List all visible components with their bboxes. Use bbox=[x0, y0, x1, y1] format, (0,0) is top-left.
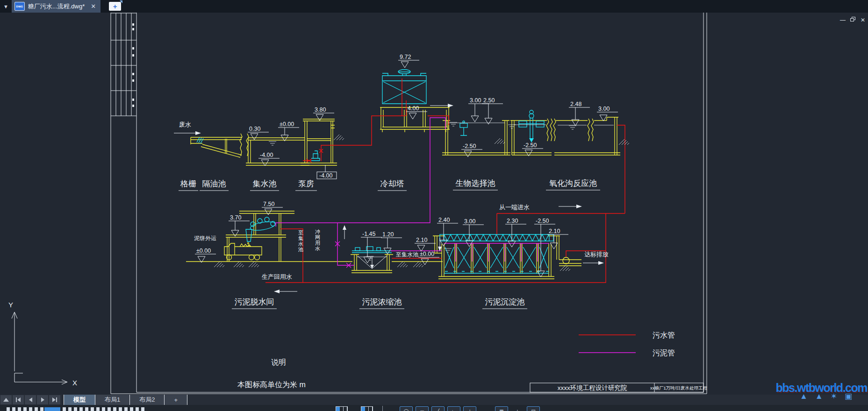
thickener-bridge bbox=[352, 247, 392, 253]
sedimentation-tank bbox=[433, 236, 581, 279]
process-label: 集水池 bbox=[250, 179, 279, 191]
lineweight-icon[interactable]: — bbox=[479, 406, 492, 411]
process-label: 泵房 bbox=[295, 179, 317, 191]
coordinate-readout bbox=[7, 407, 147, 411]
notes-body: 本图标高单位为米 m bbox=[237, 381, 306, 389]
legend-label: 污泥管 bbox=[653, 349, 675, 357]
ortho-icon[interactable]: ╱ bbox=[431, 406, 445, 411]
new-tab-button[interactable]: + bbox=[109, 0, 121, 13]
elevation-marker: -4.00 bbox=[317, 165, 337, 179]
layout-tab-模型[interactable]: 模型 bbox=[64, 395, 95, 405]
inlet-channel-oil-separator bbox=[191, 134, 249, 157]
flow-arrows bbox=[174, 104, 604, 293]
process-label: 污泥浓缩池 bbox=[359, 298, 404, 309]
polar-icon[interactable]: ∟ bbox=[447, 406, 460, 411]
next-tab-icon[interactable] bbox=[37, 395, 48, 404]
cad-application-window: ▼ DWG 糖厂污水...流程.dwg* ✕ + bbox=[0, 0, 868, 411]
svg-text:污泥浓缩池: 污泥浓缩池 bbox=[362, 298, 402, 306]
legend-label: 污水管 bbox=[653, 331, 675, 339]
legend: 污水管污泥管 bbox=[579, 331, 675, 357]
svg-text:1.20: 1.20 bbox=[382, 231, 394, 238]
snap-icon[interactable]: ◯ bbox=[400, 406, 413, 411]
svg-text:2.30: 2.30 bbox=[507, 218, 518, 224]
elevation-marker: 3.80 bbox=[313, 106, 334, 120]
svg-text:-4.00: -4.00 bbox=[260, 152, 273, 158]
document-tab-bar: ▼ DWG 糖厂污水...流程.dwg* ✕ + bbox=[0, 0, 868, 13]
layout-tab-bar: 模型布局1布局2+ bbox=[0, 395, 868, 405]
notes-heading: 说明 bbox=[271, 358, 286, 366]
elevation-marker: 9.72 bbox=[398, 54, 419, 68]
layout-up-icon[interactable] bbox=[0, 395, 12, 404]
layout-preview-icon[interactable] bbox=[361, 406, 373, 411]
cooling-tower bbox=[382, 70, 426, 104]
svg-text:2.40: 2.40 bbox=[438, 217, 450, 223]
drawing-frame bbox=[111, 13, 707, 394]
svg-text:3.00: 3.00 bbox=[470, 97, 481, 104]
annotation: 至集水池 bbox=[298, 230, 303, 252]
model-space-canvas[interactable]: Y X 说明 本图标高单位为米 m xxxx环境工程设计研究院 xx糖厂1万吨/… bbox=[0, 13, 868, 395]
close-window-icon[interactable]: ✕ bbox=[861, 17, 865, 23]
svg-text:隔油池: 隔油池 bbox=[202, 179, 226, 188]
ucs-icon: Y X bbox=[8, 301, 77, 387]
layout-tab-布局1[interactable]: 布局1 bbox=[95, 395, 130, 405]
elevation-marker: 2.48 bbox=[569, 101, 590, 126]
svg-text:氧化沟反应池: 氧化沟反应池 bbox=[549, 179, 597, 188]
svg-text:2.10: 2.10 bbox=[549, 228, 560, 234]
process-label: 污泥沉淀池 bbox=[482, 298, 527, 309]
annotation: 废水 bbox=[179, 121, 191, 128]
svg-text:生物选择池: 生物选择池 bbox=[456, 179, 495, 188]
svg-text:2.50: 2.50 bbox=[483, 97, 495, 104]
svg-text:-4.00: -4.00 bbox=[319, 172, 333, 179]
watermark-glyphs: ▲▲✶▣ bbox=[800, 391, 860, 401]
svg-text:-2.50: -2.50 bbox=[463, 143, 476, 149]
close-tab-icon[interactable]: ✕ bbox=[88, 3, 96, 10]
elevation-marker: 2.10 bbox=[547, 228, 568, 249]
svg-text:9.72: 9.72 bbox=[400, 54, 411, 60]
svg-text:0.30: 0.30 bbox=[249, 126, 260, 132]
svg-text:污泥脱水间: 污泥脱水间 bbox=[235, 298, 274, 306]
svg-text:格栅: 格栅 bbox=[180, 179, 196, 188]
collecting-tank bbox=[246, 138, 309, 165]
elevation-marker: 3.00 bbox=[463, 218, 484, 247]
svg-text:±0.00: ±0.00 bbox=[280, 121, 294, 128]
annotation: 达标排放 bbox=[584, 251, 609, 258]
svg-text:±0.00: ±0.00 bbox=[196, 248, 211, 254]
annotation: 从一端进水 bbox=[499, 204, 530, 211]
model-tab-icon[interactable] bbox=[336, 406, 348, 411]
elevation-marker: -2.50 bbox=[522, 142, 543, 156]
annotation: 生产回用水 bbox=[262, 273, 292, 280]
grid-display-icon[interactable]: ▤ bbox=[527, 406, 540, 411]
process-label: 冷却塔 bbox=[378, 179, 407, 191]
restore-icon[interactable] bbox=[850, 17, 856, 23]
svg-text:污泥沉淀池: 污泥沉淀池 bbox=[485, 298, 525, 306]
annotation: 冲网用水 bbox=[315, 229, 320, 251]
tab-list-dropdown-icon[interactable]: ▼ bbox=[0, 0, 12, 13]
svg-text:3.00: 3.00 bbox=[598, 106, 610, 112]
last-tab-icon[interactable] bbox=[49, 395, 60, 404]
annotation: 至集水池 bbox=[396, 251, 419, 258]
sludge-truck bbox=[224, 243, 262, 260]
ucs-x-label: X bbox=[72, 379, 77, 387]
svg-text:-2.50: -2.50 bbox=[536, 218, 549, 224]
svg-text:冷却塔: 冷却塔 bbox=[380, 179, 404, 188]
first-tab-icon[interactable] bbox=[13, 395, 24, 404]
minimize-icon[interactable]: — bbox=[840, 17, 846, 23]
dyn-input-icon[interactable]: ▦ bbox=[495, 406, 508, 411]
equipment-layer bbox=[197, 70, 553, 273]
grid-icon[interactable]: ▭ bbox=[416, 406, 429, 411]
layout-tab-+[interactable]: + bbox=[165, 395, 187, 405]
plus-status-icon[interactable]: + bbox=[511, 406, 524, 411]
prev-tab-icon[interactable] bbox=[25, 395, 36, 404]
svg-text:7.50: 7.50 bbox=[263, 201, 274, 207]
process-label: 污泥脱水间 bbox=[232, 298, 277, 309]
osnap-icon[interactable]: ⊥ bbox=[463, 406, 476, 411]
elevation-marker: -4.00 bbox=[258, 152, 280, 166]
detail-symbols bbox=[174, 104, 629, 293]
svg-text:泵房: 泵房 bbox=[298, 179, 314, 188]
sedimentation-truss bbox=[440, 234, 553, 241]
document-tab[interactable]: DWG 糖厂污水...流程.dwg* ✕ bbox=[12, 0, 100, 13]
svg-text:4.00: 4.00 bbox=[408, 105, 419, 112]
elevation-marker: 2.10 bbox=[415, 237, 436, 251]
svg-text:3.70: 3.70 bbox=[230, 214, 241, 221]
layout-tab-布局2[interactable]: 布局2 bbox=[130, 395, 165, 405]
